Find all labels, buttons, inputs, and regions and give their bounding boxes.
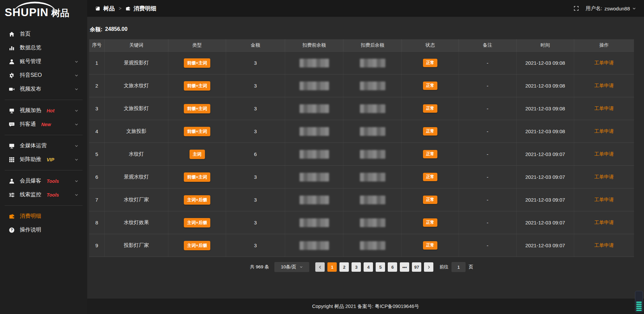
- status-badge: 正常: [423, 82, 437, 90]
- sidebar-item-label: 操作说明: [20, 226, 41, 233]
- sidebar-item-7[interactable]: 抖客通New: [0, 117, 87, 131]
- floating-widget[interactable]: [635, 291, 643, 312]
- page-button-6[interactable]: 6: [388, 262, 397, 272]
- chevron-right-icon: [427, 265, 431, 269]
- cell-time: 2021-12-03 09:08: [517, 97, 574, 120]
- breadcrumb-item-1[interactable]: 树品: [103, 5, 115, 12]
- table-row: 2文旅水纹灯前缀+主词3正常-2021-12-03 09:08工单申请: [89, 74, 634, 97]
- sidebar-divider: [5, 100, 83, 100]
- cell-remark: -: [459, 52, 517, 74]
- cell-amount: 3: [226, 52, 285, 74]
- work-order-link[interactable]: 工单申请: [594, 197, 614, 203]
- sidebar-item-2[interactable]: 数据总览: [0, 41, 87, 55]
- sidebar-item-12[interactable]: 消费明细: [0, 209, 87, 223]
- balance: 余额: 24856.00: [90, 26, 634, 33]
- sidebar-item-tag: Hot: [47, 108, 54, 113]
- redacted-value: [300, 82, 329, 90]
- username-value: zswodun88: [604, 6, 630, 11]
- widget-stripe: [636, 304, 642, 305]
- sidebar: SHUPIN 树品 首页数据总览账号管理抖音SEO视频发布视频加热Hot抖客通N…: [0, 0, 87, 314]
- column-header: 序号: [89, 39, 105, 51]
- cell-balance-before: [285, 189, 343, 211]
- chevron-down-icon: [74, 73, 78, 77]
- work-order-link[interactable]: 工单申请: [594, 105, 614, 112]
- prev-page-button[interactable]: [315, 262, 325, 272]
- page-button-1[interactable]: 1: [327, 262, 337, 272]
- grid-icon: [9, 157, 15, 163]
- page-size-select[interactable]: 10条/页: [274, 262, 309, 272]
- page-button-4[interactable]: 4: [364, 262, 373, 272]
- cell-index: 5: [89, 143, 105, 165]
- sidebar-item-label: 消费明细: [20, 213, 41, 220]
- page-button-5[interactable]: 5: [376, 262, 385, 272]
- sidebar-item-label: 抖音SEO: [20, 72, 42, 79]
- cell-balance-after: [343, 143, 402, 165]
- cell-time: 2021-12-03 09:07: [517, 189, 574, 211]
- sliders-icon: [9, 192, 15, 198]
- sidebar-item-5[interactable]: 视频发布: [0, 82, 87, 96]
- sidebar-item-1[interactable]: 首页: [0, 27, 87, 41]
- next-page-button[interactable]: [424, 262, 433, 272]
- sidebar-item-label: 视频加热: [20, 107, 41, 114]
- more-pages-button[interactable]: •••: [400, 262, 409, 272]
- work-order-link[interactable]: 工单申请: [594, 174, 614, 180]
- cell-balance-before: [285, 52, 343, 74]
- redacted-value: [360, 196, 385, 204]
- goto-page-input[interactable]: [451, 262, 466, 272]
- sidebar-item-label: 线索监控: [20, 191, 41, 198]
- chevron-down-icon: [74, 179, 78, 183]
- sidebar-item-3[interactable]: 账号管理: [0, 55, 87, 68]
- work-order-link[interactable]: 工单申请: [594, 219, 614, 226]
- footer: Copyright 树品 2021 备案号: 粤ICP备09019646号: [87, 299, 644, 314]
- cell-time: 2021-12-03 09:07: [517, 211, 574, 234]
- fullscreen-icon[interactable]: [574, 6, 579, 11]
- sidebar-item-label: 视频发布: [20, 86, 41, 93]
- topbar: 树品>消费明细 用户名: zswodun88: [87, 0, 644, 17]
- sidebar-item-11[interactable]: 线索监控Tools: [0, 188, 87, 202]
- sidebar-item-8[interactable]: 全媒体运营: [0, 139, 87, 153]
- chevron-down-icon: [74, 60, 78, 64]
- cell-time: 2021-12-03 09:08: [517, 52, 574, 74]
- sidebar-item-label: 会员爆客: [20, 177, 41, 185]
- page-button-2[interactable]: 2: [339, 262, 349, 272]
- work-order-link[interactable]: 工单申请: [594, 83, 614, 89]
- work-order-link[interactable]: 工单申请: [594, 151, 614, 157]
- cell-action: 工单申请: [574, 189, 634, 211]
- cell-index: 1: [89, 52, 105, 74]
- table-row: 9投影灯厂家主词+后缀3正常-2021-12-03 09:07工单申请: [89, 234, 634, 257]
- logo-text-cn: 树品: [51, 7, 69, 19]
- sidebar-item-4[interactable]: 抖音SEO: [0, 68, 87, 82]
- topbar-right: 用户名: zswodun88: [574, 5, 636, 12]
- user-icon: [9, 59, 15, 65]
- user-menu[interactable]: 用户名: zswodun88: [586, 5, 636, 12]
- work-order-link[interactable]: 工单申请: [594, 242, 614, 249]
- sidebar-item-label: 账号管理: [20, 58, 41, 65]
- status-badge: 正常: [423, 104, 437, 113]
- page-button-3[interactable]: 3: [352, 262, 361, 272]
- sidebar-item-9[interactable]: 矩阵助推VIP: [0, 153, 87, 166]
- cell-status: 正常: [402, 166, 459, 188]
- status-badge: 正常: [423, 241, 437, 250]
- gear-icon: [9, 72, 15, 78]
- work-order-link[interactable]: 工单申请: [594, 128, 614, 135]
- type-badge: 主词: [190, 150, 205, 159]
- chevron-down-icon: [74, 87, 78, 91]
- status-badge: 正常: [423, 196, 437, 204]
- cell-balance-before: [285, 143, 343, 165]
- table-row: 1景观投影灯前缀+主词3正常-2021-12-03 09:08工单申请: [89, 52, 634, 74]
- redacted-value: [360, 82, 385, 90]
- cell-status: 正常: [402, 189, 459, 211]
- sidebar-item-13[interactable]: ?操作说明: [0, 223, 87, 237]
- chevron-down-icon: [74, 122, 78, 126]
- sidebar-item-10[interactable]: 会员爆客Tools: [0, 174, 87, 188]
- cell-balance-after: [343, 74, 402, 97]
- sidebar-item-6[interactable]: 视频加热Hot: [0, 104, 87, 117]
- table-row: 8水纹灯效果主词+后缀3正常-2021-12-03 09:07工单申请: [89, 211, 634, 234]
- cell-amount: 3: [226, 97, 285, 120]
- goto-suffix: 页: [469, 264, 473, 270]
- cell-status: 正常: [402, 74, 459, 97]
- work-order-link[interactable]: 工单申请: [594, 60, 614, 66]
- page-button-97[interactable]: 97: [412, 262, 421, 272]
- widget-stripe: [636, 302, 642, 303]
- widget-stripe: [636, 310, 642, 311]
